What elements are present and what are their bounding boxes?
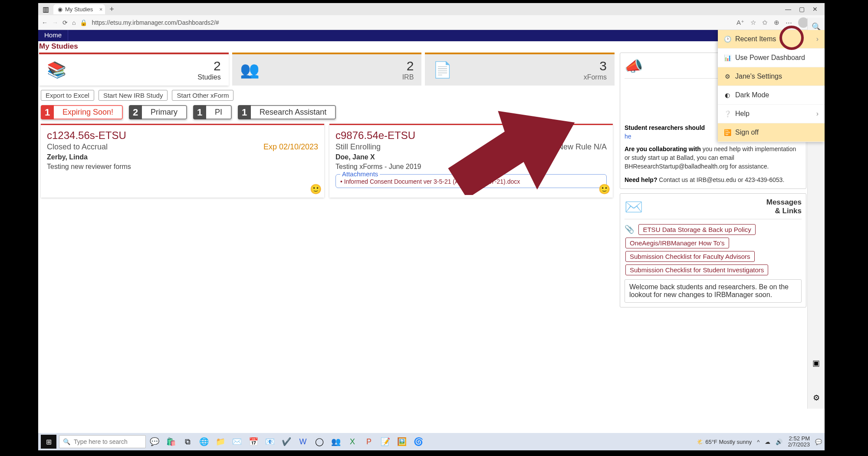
refresh-icon[interactable]: ⟳ <box>62 19 68 26</box>
study-card[interactable]: c1234.56s-ETSU Closed to Accrual Exp 02/… <box>41 124 324 198</box>
menu-item-recent-items[interactable]: 🕑 Recent Items › <box>718 30 825 49</box>
tray-volume-icon[interactable]: 🔊 <box>776 439 783 445</box>
chevron-right-icon: › <box>816 110 819 118</box>
filter-row: 1 Expiring Soon!2 Primary1 PI1 Research … <box>39 105 615 124</box>
gear-icon[interactable]: ⚙ <box>813 393 820 403</box>
store-icon[interactable]: 🛍️ <box>165 436 177 448</box>
outlook-icon[interactable]: 📧 <box>264 436 276 448</box>
study-id[interactable]: c1234.56s-ETSU <box>47 129 318 142</box>
message-link[interactable]: Submission Checklist for Faculty Advisor… <box>625 251 755 262</box>
filter-count: 1 <box>193 105 206 119</box>
home-icon[interactable]: ⌂ <box>72 19 76 26</box>
study-desc: Testing xForms - June 2019 <box>335 163 607 171</box>
task-view-icon[interactable]: ⧉ <box>181 436 194 448</box>
filter-label: Research Assistant <box>251 105 336 119</box>
weather-widget[interactable]: 🌤️ 65°F Mostly sunny <box>697 439 752 445</box>
menu-icon: ❔ <box>724 110 731 117</box>
window-close[interactable]: ✕ <box>812 6 818 13</box>
box-icon[interactable]: ▣ <box>812 358 820 368</box>
attachments-label: Attachments <box>340 170 380 178</box>
stat-card-xforms[interactable]: 📄 3xForms <box>425 53 615 86</box>
stat-card-studies[interactable]: 📚 2Studies <box>39 53 229 86</box>
forward-icon: → <box>52 19 58 26</box>
here-link[interactable]: he <box>625 133 631 140</box>
export-excel-button[interactable]: Export to Excel <box>41 90 94 101</box>
menu-label: Jane's Settings <box>735 73 782 80</box>
stat-card-irb[interactable]: 👥 2IRB <box>232 53 422 86</box>
menu-item-dark-mode[interactable]: ◐ Dark Mode <box>718 86 825 105</box>
start-button[interactable]: ⊞ <box>41 435 56 449</box>
browser-tab[interactable]: ◉ My Studies × <box>53 4 105 14</box>
envelope-icon: ✉️ <box>625 198 643 215</box>
chrome-icon[interactable]: 🌐 <box>198 436 210 448</box>
chevron-right-icon: › <box>816 35 819 43</box>
menu-item-use-power-dashboard[interactable]: 📊 Use Power Dashboard <box>718 49 825 67</box>
avatar-icon: 🙂 <box>598 184 610 195</box>
star-icon[interactable]: ☆ <box>750 19 756 26</box>
mail-icon[interactable]: ✉️ <box>231 436 243 448</box>
cortana-icon[interactable]: 💬 <box>148 436 161 448</box>
photos-icon[interactable]: 🖼️ <box>396 436 408 448</box>
notifications-icon[interactable]: 💬 <box>815 439 822 445</box>
filter-expiring-soon-[interactable]: 1 Expiring Soon! <box>41 105 123 119</box>
address-bar: ← → ⟳ ⌂ 🔒 https://etsu.my.irbmanager.com… <box>38 15 825 30</box>
nav-home[interactable]: Home <box>38 30 68 41</box>
tabs-icon[interactable]: ▥ <box>40 5 52 13</box>
url-text[interactable]: https://etsu.my.irbmanager.com/Dashboard… <box>92 19 732 26</box>
edge-icon[interactable]: 🌀 <box>412 436 424 448</box>
menu-item-help[interactable]: ❔ Help › <box>718 105 825 123</box>
menu-label: Use Power Dashboard <box>735 54 805 62</box>
powerpoint-icon[interactable]: P <box>363 436 375 448</box>
document-icon: 📄 <box>433 61 457 79</box>
study-id[interactable]: c9876.54e-ETSU <box>335 129 607 142</box>
filter-primary[interactable]: 2 Primary <box>129 105 187 119</box>
filter-pi[interactable]: 1 PI <box>193 105 232 119</box>
taskbar-search[interactable]: 🔍 Type here to search <box>59 435 146 448</box>
explorer-icon[interactable]: 📁 <box>214 436 227 448</box>
filter-label: Primary <box>142 105 187 119</box>
message-link[interactable]: ETSU Data Storage & Back up Policy <box>638 224 755 235</box>
excel-icon[interactable]: X <box>346 436 358 448</box>
menu-icon: ⚙ <box>724 73 731 80</box>
books-icon: 📚 <box>47 61 71 79</box>
notepad-icon[interactable]: 📝 <box>379 436 391 448</box>
study-pi: Doe, Jane X <box>335 153 607 161</box>
menu-label: Help <box>735 110 750 118</box>
lock-icon[interactable]: 🔒 <box>80 19 87 26</box>
window-maximize[interactable]: ▢ <box>799 6 805 13</box>
menu-item-sign-off[interactable]: 📴 Sign off <box>718 123 825 142</box>
study-card[interactable]: c9876.54e-ETSU Still Enrolling Exp New R… <box>329 124 613 198</box>
stat-cards: 📚 2Studies 👥 2IRB 📄 3xForms <box>39 53 615 86</box>
tab-title: My Studies <box>65 6 93 13</box>
close-icon[interactable]: × <box>99 6 103 13</box>
filter-research-assistant[interactable]: 1 Research Assistant <box>238 105 336 119</box>
message-link[interactable]: Submission Checklist for Student Investi… <box>625 264 768 275</box>
menu-item-jane-s-settings[interactable]: ⚙ Jane's Settings <box>718 67 825 86</box>
teams-icon[interactable]: 👥 <box>330 436 342 448</box>
tray-cloud-icon[interactable]: ☁ <box>765 439 770 445</box>
attachment-link[interactable]: Informed Consent Document ver 3-5-21 (Ap… <box>340 178 602 185</box>
window-minimize[interactable]: — <box>785 6 791 13</box>
collections-icon[interactable]: ⊕ <box>774 19 779 26</box>
read-aloud-icon[interactable]: A⁺ <box>736 19 744 26</box>
favorites-icon[interactable]: ✩ <box>762 19 768 26</box>
study-status: Closed to Accrual <box>47 142 108 152</box>
taskbar-clock[interactable]: 2:52 PM 2/7/2023 <box>788 436 810 448</box>
avatar-icon: 🙂 <box>310 184 322 195</box>
word-icon[interactable]: W <box>297 436 309 448</box>
webex-icon[interactable]: ◯ <box>313 436 326 448</box>
tray-chevron-icon[interactable]: ^ <box>757 439 760 445</box>
message-link[interactable]: OneAegis/IRBManager How To's <box>625 238 729 248</box>
user-menu: 🕑 Recent Items ›📊 Use Power Dashboard ⚙ … <box>718 30 825 142</box>
back-icon[interactable]: ← <box>42 19 48 26</box>
filter-count: 1 <box>41 105 54 119</box>
start-new-irb-button[interactable]: Start New IRB Study <box>99 90 168 101</box>
extensions-icon[interactable]: ⋯ <box>786 19 792 26</box>
megaphone-icon: 📣 <box>625 57 643 75</box>
new-tab-button[interactable]: + <box>107 5 117 14</box>
start-other-xform-button[interactable]: Start Other xForm <box>172 90 233 101</box>
menu-icon: 📊 <box>724 54 731 61</box>
todo-icon[interactable]: ✔️ <box>280 436 293 448</box>
calendar-icon[interactable]: 📅 <box>247 436 260 448</box>
filter-label: PI <box>206 105 232 119</box>
